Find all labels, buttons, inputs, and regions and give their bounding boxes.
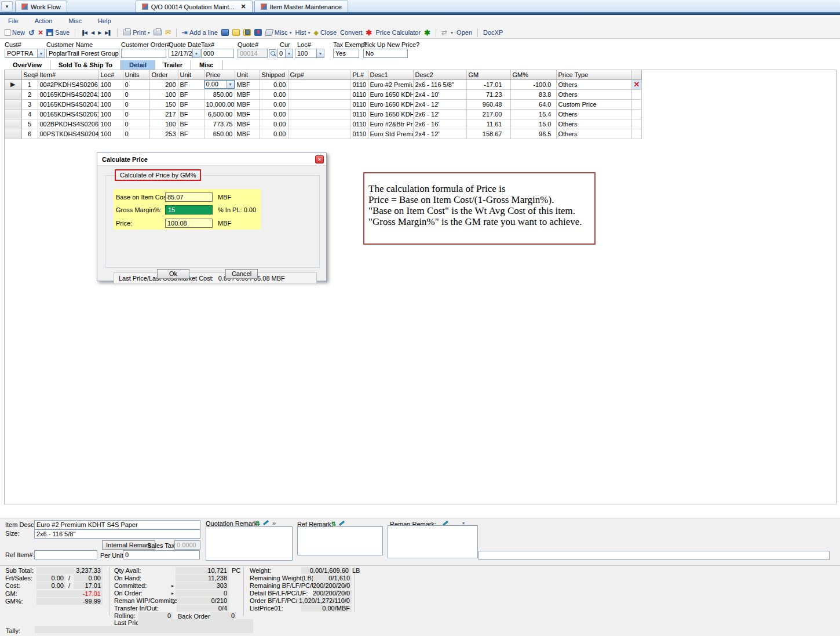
size-field[interactable]: 2x6 - 116 5/8" <box>34 529 200 539</box>
table-row[interactable]: 6 00PSTKDHS4S020412 100 0 253 BF 650.00 … <box>5 129 641 139</box>
cell-price-type[interactable]: Others <box>556 89 631 99</box>
cell-item[interactable]: 00PSTKDHS4S020412 <box>38 129 98 139</box>
close-button[interactable]: ◆Close <box>313 29 337 37</box>
cell-units[interactable]: 0 <box>123 119 149 129</box>
cell-item[interactable]: 00#2PKDHS4S0206... <box>38 79 98 89</box>
cell-unit2[interactable]: MBF <box>235 119 260 129</box>
cell-desc2[interactable]: 2x6 - 12' <box>413 109 466 119</box>
cell-gmp[interactable]: -100.0 <box>510 79 556 89</box>
cell-item[interactable]: 00165KDHS4S020412 <box>38 99 98 109</box>
gross-margin-field[interactable]: 15 <box>165 205 213 215</box>
cur-dropdown-icon[interactable]: ▼ <box>286 49 293 58</box>
col-pl[interactable]: PL# <box>350 70 368 79</box>
cell-price[interactable]: 850.00 <box>204 89 235 99</box>
asterisk-green-icon[interactable]: ✱ <box>424 28 430 37</box>
chevron-down-icon[interactable]: ▾ <box>148 30 150 35</box>
col-price-type[interactable]: Price Type <box>556 70 631 79</box>
add-a-line-button[interactable]: ⇥Add a line <box>182 28 218 37</box>
cell-gm[interactable]: 158.67 <box>466 129 510 139</box>
cell-gm[interactable]: 11.61 <box>466 119 510 129</box>
cell-shipped[interactable]: 0.00 <box>260 79 288 89</box>
chevron-down-icon[interactable]: ▼ <box>227 81 234 88</box>
item-desc-field[interactable]: Euro #2 Premium KDHT S4S Paper <box>34 520 200 529</box>
nav-last-icon[interactable]: ▶▌ <box>105 30 112 35</box>
cell-unit1[interactable]: BF <box>178 99 204 109</box>
cell-loc[interactable]: 100 <box>98 109 123 119</box>
chevron-down-icon[interactable]: ▾ <box>289 30 291 35</box>
cell-shipped[interactable]: 0.00 <box>260 99 288 109</box>
per-unit-field[interactable]: 0 <box>123 550 200 559</box>
cell-pl[interactable]: 0110 <box>350 79 368 89</box>
col-grp[interactable]: Grp# <box>288 70 350 79</box>
cell-grp[interactable] <box>288 79 350 89</box>
window-tab-quotation[interactable]: Q/O 00014 Quotation Maint... ✕ <box>136 1 253 12</box>
cell-order[interactable]: 200 <box>149 79 178 89</box>
mail-icon[interactable]: ✉ <box>165 28 171 37</box>
cell-gm[interactable]: 71.23 <box>466 89 510 99</box>
cell-price[interactable]: 773.75 <box>204 119 235 129</box>
menu-help[interactable]: Help <box>98 17 111 24</box>
cell-order[interactable]: 253 <box>149 129 178 139</box>
cell-pl[interactable]: 0110 <box>350 109 368 119</box>
cell-desc1[interactable]: Euro #2 Premium... <box>368 79 413 89</box>
notes-icon[interactable] <box>232 29 240 36</box>
cell-unit2[interactable]: MBF <box>235 109 260 119</box>
table-row[interactable]: 3 00165KDHS4S020412 100 0 150 BF 10,000.… <box>5 99 641 109</box>
tab-list-caret-icon[interactable]: ▾ <box>1 1 13 12</box>
cell-seq[interactable]: 1 <box>21 79 38 89</box>
cell-order[interactable]: 100 <box>149 89 178 99</box>
cell-desc2[interactable]: 2x4 - 10' <box>413 89 466 99</box>
hist-button[interactable]: Hist▾ <box>295 29 310 36</box>
cell-gm[interactable]: 217.00 <box>466 109 510 119</box>
cell-grp[interactable] <box>288 129 350 139</box>
edit-pencil-icon[interactable] <box>338 519 346 526</box>
edit-pencil-icon[interactable] <box>262 519 270 526</box>
tax-exempt-field[interactable]: Yes <box>333 49 359 58</box>
cell-unit2[interactable]: MBF <box>235 89 260 99</box>
money-icon[interactable]: $ <box>254 29 262 36</box>
cell-grp[interactable] <box>288 89 350 99</box>
quote-date-field[interactable]: 12/17/2025 <box>169 49 193 58</box>
cust-field[interactable]: POPTRA <box>5 49 38 58</box>
cell-shipped[interactable]: 0.00 <box>260 129 288 139</box>
col-desc2[interactable]: Desc2 <box>413 70 466 79</box>
cell-loc[interactable]: 100 <box>98 119 123 129</box>
cell-seq[interactable]: 5 <box>21 119 38 129</box>
cell-pl[interactable]: 0110 <box>350 119 368 129</box>
window-tab-item-master[interactable]: Item Master Maintenance <box>254 1 348 12</box>
menu-file[interactable]: File <box>8 17 19 24</box>
cell-order[interactable]: 100 <box>149 119 178 129</box>
cell-shipped[interactable]: 0.00 <box>260 109 288 119</box>
cell-desc1[interactable]: Euro 1650 KDHT... <box>368 109 413 119</box>
asterisk-red-icon[interactable]: ✱ <box>366 28 372 37</box>
menu-action[interactable]: Action <box>35 17 53 24</box>
swap-icon[interactable]: ⇄ <box>441 28 447 37</box>
tab-trailer[interactable]: Trailer <box>155 60 191 70</box>
cell-desc2[interactable]: 2x6 - 16' <box>413 119 466 129</box>
window-tab-workflow[interactable]: Work Flow <box>15 1 67 12</box>
cell-unit1[interactable]: BF <box>178 129 204 139</box>
price-calculator-button[interactable]: Price Calculator <box>375 29 421 36</box>
cell-price[interactable]: 6,500.00 <box>204 109 235 119</box>
cell-gm[interactable]: 960.48 <box>466 99 510 109</box>
col-price[interactable]: Price <box>204 70 235 79</box>
cell-grp[interactable] <box>288 109 350 119</box>
cell-unit1[interactable]: BF <box>178 109 204 119</box>
cell-pl[interactable]: 0110 <box>350 89 368 99</box>
cell-gmp[interactable]: 15.4 <box>510 109 556 119</box>
cell-desc2[interactable]: 2x4 - 12' <box>413 129 466 139</box>
chevron-down-icon[interactable]: ▾ <box>451 30 453 35</box>
cell-desc1[interactable]: Euro 1650 KDHT... <box>368 89 413 99</box>
customer-order-field[interactable] <box>121 49 166 58</box>
sort-icon[interactable]: ⇅ <box>255 520 260 526</box>
cell-price-type[interactable]: Others <box>556 79 631 89</box>
undo-icon[interactable]: ↺ <box>28 28 35 37</box>
ref-item-field[interactable] <box>34 550 97 559</box>
loc-field[interactable]: 100 <box>295 49 317 58</box>
save-button[interactable]: Save <box>46 29 70 36</box>
col-order[interactable]: Order <box>149 70 178 79</box>
expand-arrow-icon[interactable]: ▸ <box>171 591 174 596</box>
cell-units[interactable]: 0 <box>123 129 149 139</box>
table-row[interactable]: ▶ 1 00#2PKDHS4S0206... 100 0 200 BF 0.00… <box>5 79 641 89</box>
cell-units[interactable]: 0 <box>123 89 149 99</box>
